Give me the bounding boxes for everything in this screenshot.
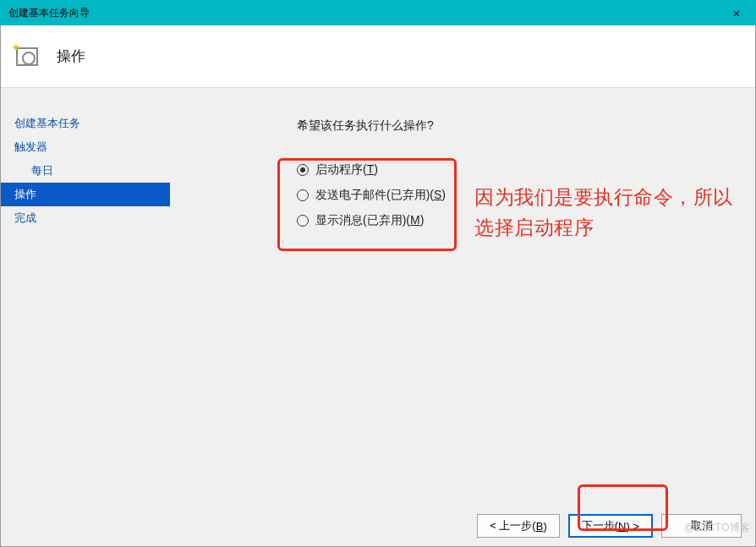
back-button[interactable]: < 上一步(B) [477, 514, 560, 538]
sidebar-item-create-basic[interactable]: 创建基本任务 [1, 112, 170, 135]
window-title: 创建基本任务向导 [8, 6, 90, 20]
next-button[interactable]: 下一步(N) > [568, 514, 653, 538]
task-scheduler-icon: ✦ [13, 42, 41, 71]
page-title: 操作 [57, 46, 85, 66]
radio-show-message[interactable]: 显示消息(已弃用)(M) [297, 208, 446, 233]
prompt-text: 希望该任务执行什么操作? [297, 118, 755, 134]
sidebar-item-finish[interactable]: 完成 [1, 206, 170, 230]
button-row: < 上一步(B) 下一步(N) > 取消 [477, 514, 742, 538]
titlebar: 创建基本任务向导 × [0, 0, 756, 25]
radio-icon [297, 189, 309, 201]
radio-send-email[interactable]: 发送电子邮件(已弃用)(S) [297, 183, 446, 208]
close-icon[interactable]: × [717, 0, 756, 25]
cancel-button[interactable]: 取消 [661, 514, 742, 538]
radio-label: 启动程序(T) [315, 162, 378, 178]
action-radio-group: 启动程序(T) 发送电子邮件(已弃用)(S) 显示消息(已弃用)(M) [297, 157, 446, 233]
sidebar-item-trigger[interactable]: 触发器 [1, 135, 170, 159]
sidebar-item-daily[interactable]: 每日 [1, 159, 170, 183]
radio-label: 发送电子邮件(已弃用)(S) [315, 188, 446, 203]
radio-icon [297, 164, 309, 176]
wizard-sidebar: 创建基本任务 触发器 每日 操作 完成 [1, 88, 170, 506]
radio-start-program[interactable]: 启动程序(T) [297, 157, 446, 183]
dialog-body: ✦ 操作 创建基本任务 触发器 每日 操作 完成 希望该任务执行什么操作? 启动… [0, 25, 756, 547]
annotation-text: 因为我们是要执行命令，所以选择启动程序 [474, 183, 737, 243]
radio-icon [297, 215, 309, 227]
content: 创建基本任务 触发器 每日 操作 完成 希望该任务执行什么操作? 启动程序(T)… [1, 88, 755, 506]
sidebar-item-action[interactable]: 操作 [1, 183, 170, 206]
main-panel: 希望该任务执行什么操作? 启动程序(T) 发送电子邮件(已弃用)(S) 显示消息… [170, 88, 755, 506]
header: ✦ 操作 [1, 25, 755, 88]
radio-label: 显示消息(已弃用)(M) [315, 213, 424, 228]
